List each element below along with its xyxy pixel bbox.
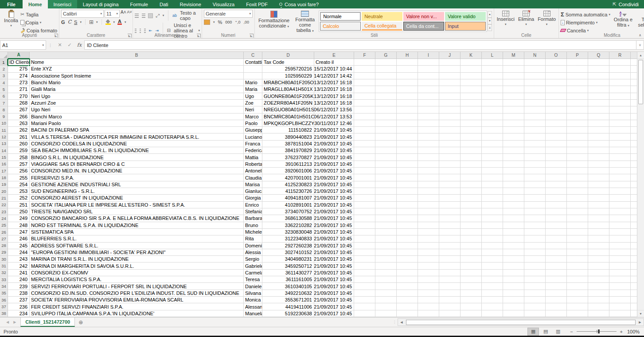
cell-I16[interactable] bbox=[418, 161, 439, 168]
enter-entry-button[interactable]: ✓ bbox=[65, 42, 74, 48]
column-header-e[interactable]: E bbox=[314, 52, 354, 59]
cell-E7[interactable]: 13/12/2017 16:18 bbox=[314, 100, 354, 106]
cell-F29[interactable] bbox=[354, 249, 375, 256]
cell-A32[interactable]: 241 bbox=[8, 270, 30, 276]
cell-E20[interactable]: 21/09/2017 10:45 bbox=[314, 188, 354, 195]
column-header-d[interactable]: D bbox=[262, 52, 314, 59]
cell-G10[interactable] bbox=[375, 120, 397, 127]
cell-N35[interactable] bbox=[524, 290, 546, 297]
cell-B15[interactable]: BINGO S.R.L. IN LIQUIDAZIONE bbox=[30, 154, 244, 161]
cell-K17[interactable] bbox=[461, 168, 482, 174]
cell-M28[interactable] bbox=[503, 243, 524, 249]
cell-I11[interactable] bbox=[418, 127, 439, 133]
cell-C12[interactable]: Luciano bbox=[244, 133, 262, 140]
cell-K9[interactable] bbox=[461, 114, 482, 120]
cell-P33[interactable] bbox=[567, 276, 588, 283]
cell-P35[interactable] bbox=[567, 290, 588, 297]
cell-C37[interactable]: Alessandro bbox=[244, 303, 262, 310]
cell-P24[interactable] bbox=[567, 215, 588, 222]
cell-E24[interactable]: 21/09/2017 10:45 bbox=[314, 215, 354, 222]
cell-I10[interactable] bbox=[418, 120, 439, 127]
cell-C21[interactable]: Giorgia bbox=[244, 195, 262, 201]
cell-Q16[interactable] bbox=[588, 161, 609, 168]
cell-F17[interactable] bbox=[354, 168, 375, 174]
cell-I12[interactable] bbox=[418, 133, 439, 140]
cell-L22[interactable] bbox=[482, 202, 503, 208]
cell-M37[interactable] bbox=[503, 303, 524, 310]
cell-A26[interactable]: 247 bbox=[8, 229, 30, 235]
cell-R28[interactable] bbox=[609, 243, 631, 249]
cell-G32[interactable] bbox=[375, 270, 397, 276]
cell-G4[interactable] bbox=[375, 79, 397, 86]
cell-H25[interactable] bbox=[397, 222, 418, 229]
cell-E3[interactable]: 14/12/2017 14:42 bbox=[314, 73, 354, 79]
cell-R34[interactable] bbox=[609, 283, 631, 290]
cell-P7[interactable] bbox=[567, 100, 588, 106]
cell-M19[interactable] bbox=[503, 181, 524, 188]
cell-I4[interactable] bbox=[418, 79, 439, 86]
cell-C31[interactable]: Gabriele bbox=[244, 263, 262, 269]
cell-P20[interactable] bbox=[567, 188, 588, 195]
cell-N12[interactable] bbox=[524, 133, 546, 140]
row-header-8[interactable]: 8 bbox=[0, 106, 8, 113]
row-header-11[interactable]: 11 bbox=[0, 127, 8, 133]
cell-A36[interactable]: 237 bbox=[8, 297, 30, 303]
cell-R33[interactable] bbox=[609, 276, 631, 283]
accounting-format-button[interactable] bbox=[204, 20, 210, 25]
cell-O37[interactable] bbox=[546, 303, 567, 310]
cell-J21[interactable] bbox=[439, 195, 461, 201]
cell-B24[interactable]: CONSORZIO BANCARIO SIR S.P.A. E NELLA FO… bbox=[30, 215, 244, 222]
cell-G29[interactable] bbox=[375, 249, 397, 256]
cell-L1[interactable] bbox=[482, 59, 503, 66]
column-header-f[interactable]: F bbox=[354, 52, 375, 59]
column-header-p[interactable]: P bbox=[567, 52, 588, 59]
row-header-21[interactable]: 21 bbox=[0, 195, 8, 201]
merge-center-arrow[interactable]: ▾ bbox=[198, 29, 200, 32]
cell-E12[interactable]: 21/09/2017 10:45 bbox=[314, 133, 354, 140]
cell-P22[interactable] bbox=[567, 202, 588, 208]
cell-D6[interactable]: GUONRE80A01F205K bbox=[262, 93, 314, 100]
row-header-24[interactable]: 24 bbox=[0, 215, 8, 222]
cell-R29[interactable] bbox=[609, 249, 631, 256]
cell-F38[interactable] bbox=[354, 310, 375, 317]
zoom-slider[interactable] bbox=[577, 331, 617, 332]
cell-Q25[interactable] bbox=[588, 222, 609, 229]
cell-A2[interactable]: 275 bbox=[8, 66, 30, 72]
cell-M24[interactable] bbox=[503, 215, 524, 222]
cell-C35[interactable]: Silvana bbox=[244, 290, 262, 297]
cell-Q37[interactable] bbox=[588, 303, 609, 310]
cell-J31[interactable] bbox=[439, 263, 461, 269]
cell-D13[interactable]: 3878151004 bbox=[262, 141, 314, 147]
cell-K18[interactable] bbox=[461, 174, 482, 181]
row-header-9[interactable]: 9 bbox=[0, 114, 8, 120]
cell-R19[interactable] bbox=[609, 181, 631, 188]
cell-A30[interactable]: 243 bbox=[8, 256, 30, 263]
cell-Q20[interactable] bbox=[588, 188, 609, 195]
cell-N3[interactable] bbox=[524, 73, 546, 79]
cell-J18[interactable] bbox=[439, 174, 461, 181]
cell-D3[interactable]: 1025950229 bbox=[262, 73, 314, 79]
italic-button[interactable]: C bbox=[68, 19, 71, 25]
cell-G21[interactable] bbox=[375, 195, 397, 201]
cell-O7[interactable] bbox=[546, 100, 567, 106]
cell-L14[interactable] bbox=[482, 147, 503, 154]
tab-revisione[interactable]: Revisione bbox=[174, 0, 207, 8]
cell-J2[interactable] bbox=[439, 66, 461, 72]
cell-C3[interactable] bbox=[244, 73, 262, 79]
font-size-select[interactable]: 11▾ bbox=[105, 10, 120, 18]
cell-D29[interactable]: 3027410152 bbox=[262, 249, 314, 256]
cell-Q17[interactable] bbox=[588, 168, 609, 174]
cell-L2[interactable] bbox=[482, 66, 503, 72]
cell-N8[interactable] bbox=[524, 106, 546, 113]
cell-I2[interactable] bbox=[418, 66, 439, 72]
cell-E13[interactable]: 21/09/2017 10:45 bbox=[314, 141, 354, 147]
cell-N5[interactable] bbox=[524, 86, 546, 93]
cell-M36[interactable] bbox=[503, 297, 524, 303]
sort-filter-button[interactable]: AZ Ordina e filtra ▾ bbox=[610, 10, 636, 29]
cell-Q5[interactable] bbox=[588, 86, 609, 93]
cell-M26[interactable] bbox=[503, 229, 524, 235]
cell-F35[interactable] bbox=[354, 290, 375, 297]
cell-H31[interactable] bbox=[397, 263, 418, 269]
cell-M22[interactable] bbox=[503, 202, 524, 208]
cell-K5[interactable] bbox=[461, 86, 482, 93]
